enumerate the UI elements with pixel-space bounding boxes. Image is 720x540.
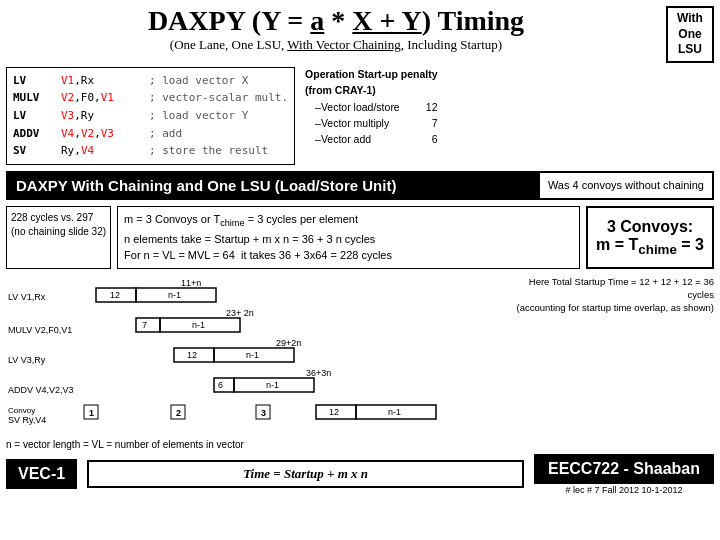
seg-11n-label: 11+n [181, 278, 201, 288]
convoy-text: Convoy [8, 406, 35, 415]
seg-7-label: 7 [142, 320, 147, 330]
bottom-row: VEC-1 Time = Startup + m x n EECC722 - S… [6, 454, 714, 495]
page-container: DAXPY (Y = a * X + Y) Timing (One Lane, … [0, 0, 720, 540]
timing-note-line1: Here Total Startup Time = 12 + 12 + 12 =… [502, 275, 714, 302]
cycles-box: 228 cycles vs. 297(no chaining slide 32) [6, 206, 111, 269]
code-section: LV V1,Rx ; load vector X MULV V2,F0,V1 ;… [6, 67, 714, 165]
lec-info: # lec # 7 Fall 2012 10-1-2012 [565, 485, 682, 495]
seg-23-2n-label: 23+ 2n [226, 308, 254, 318]
mulv-startup-bar [136, 318, 160, 332]
chaining-note: Was 4 convoys without chaining [538, 173, 712, 198]
code-table: LV V1,Rx ; load vector X MULV V2,F0,V1 ;… [6, 67, 295, 165]
lv2-label: LV V3,Ry [8, 355, 46, 365]
seg-12-label1: 12 [110, 290, 120, 300]
convoy1-label: 1 [89, 408, 94, 418]
middle-row: 228 cycles vs. 297(no chaining slide 32)… [6, 206, 714, 269]
vec1-box: VEC-1 [6, 459, 77, 489]
with-one-lsu-box: WithOneLSU [666, 6, 714, 63]
operation-box: Operation Start-up penalty(from CRAY-1) … [305, 67, 437, 165]
vl-note: n = vector length = VL = number of eleme… [6, 439, 714, 450]
seg-29-2n-label: 29+2n [276, 338, 301, 348]
table-row: MULV V2,F0,V1 ; vector-scalar mult. [13, 89, 288, 107]
timing-diagram-svg: LV V1,Rx MULV V2,F0,V1 LV V3,Ry ADDV V4,… [6, 275, 496, 435]
title-xu: X + Y [352, 5, 421, 36]
timing-note-line2: (accounting for startup time overlap, as… [502, 301, 714, 314]
chaining-title: DAXPY With Chaining and One LSU (Load/St… [8, 173, 538, 198]
main-title: DAXPY (Y = a * X + Y) Timing [6, 6, 666, 37]
three-convoys-box: 3 Convoys: m = Tchime = 3 [586, 206, 714, 269]
seg-6-label: 6 [218, 380, 223, 390]
seg-12-label2: 12 [187, 350, 197, 360]
op-rows: –Vector load/store12 –Vector multiply7 –… [315, 100, 437, 147]
chaining-banner: DAXPY With Chaining and One LSU (Load/St… [6, 171, 714, 200]
seg-12-label3: 12 [329, 407, 339, 417]
three-convoys-label: 3 Convoys: [596, 218, 704, 236]
header-section: DAXPY (Y = a * X + Y) Timing (One Lane, … [6, 6, 714, 63]
title-a: a [310, 5, 324, 36]
convoys-text-box: m = 3 Convoys or Tchime = 3 cycles per e… [117, 206, 580, 269]
table-row: LV V1,Rx ; load vector X [13, 72, 288, 90]
subtitle: (One Lane, One LSU, With Vector Chaining… [6, 37, 666, 53]
addv-startup-bar [214, 378, 234, 392]
time-formula-box: Time = Startup + m x n [87, 460, 524, 488]
seg-n1-label3: n-1 [246, 350, 259, 360]
seg-n1-label1: n-1 [168, 290, 181, 300]
op-row: –Vector load/store12 [315, 100, 437, 116]
seg-n1-label2: n-1 [192, 320, 205, 330]
addv-label: ADDV V4,V2,V3 [8, 385, 74, 395]
op-row: –Vector add6 [315, 132, 437, 148]
table-row: ADDV V4,V2,V3 ; add [13, 125, 288, 143]
seg-n1-label5: n-1 [388, 407, 401, 417]
timing-note: Here Total Startup Time = 12 + 12 + 12 =… [502, 275, 714, 435]
op-row: –Vector multiply7 [315, 116, 437, 132]
eecc-box: EECC722 - Shaaban [534, 454, 714, 484]
convoy3-label: 3 [261, 408, 266, 418]
three-convoys-formula: m = Tchime = 3 [596, 236, 704, 257]
seg-n1-label4: n-1 [266, 380, 279, 390]
convoy2-label: 2 [176, 408, 181, 418]
timing-section: LV V1,Rx MULV V2,F0,V1 LV V3,Ry ADDV V4,… [6, 275, 714, 435]
time-formula-text: Time = Startup + m x n [243, 466, 368, 481]
table-row: SV Ry,V4 ; store the result [13, 142, 288, 160]
table-row: LV V3,Ry ; load vector Y [13, 107, 288, 125]
op-title: Operation Start-up penalty(from CRAY-1) [305, 67, 437, 99]
seg-36-3n-label: 36+3n [306, 368, 331, 378]
header-title-block: DAXPY (Y = a * X + Y) Timing (One Lane, … [6, 6, 666, 53]
mulv-label: MULV V2,F0,V1 [8, 325, 72, 335]
lv-label: LV V1,Rx [8, 292, 46, 302]
sv-label: SV Ry,V4 [8, 415, 46, 425]
